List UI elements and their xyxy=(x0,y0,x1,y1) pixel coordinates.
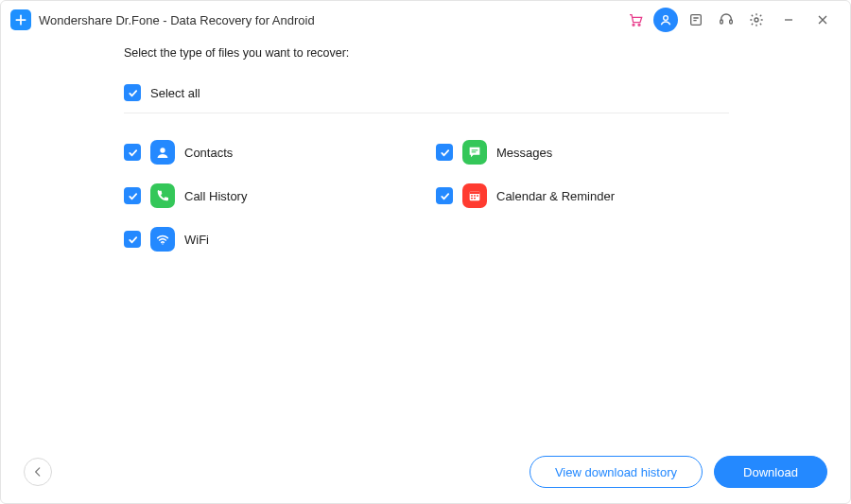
messages-label: Messages xyxy=(496,146,552,160)
svg-rect-12 xyxy=(471,195,473,196)
item-messages: Messages xyxy=(436,130,748,174)
svg-rect-13 xyxy=(474,195,476,196)
select-all-label: Select all xyxy=(150,86,200,100)
select-all-row: Select all xyxy=(124,84,729,113)
call-history-checkbox[interactable] xyxy=(124,187,141,204)
svg-rect-16 xyxy=(474,198,476,199)
support-icon[interactable] xyxy=(714,8,738,32)
file-type-grid: Contacts Messages Call History xyxy=(124,130,746,261)
prompt-text: Select the type of files you want to rec… xyxy=(124,46,746,60)
svg-rect-11 xyxy=(470,191,480,194)
svg-point-0 xyxy=(633,24,634,26)
svg-rect-14 xyxy=(477,195,478,196)
call-history-label: Call History xyxy=(184,189,247,203)
account-icon[interactable] xyxy=(653,8,678,32)
settings-icon[interactable] xyxy=(744,8,769,32)
item-call-history: Call History xyxy=(124,174,436,217)
app-window: Wondershare Dr.Fone - Data Recovery for … xyxy=(0,0,851,504)
app-logo-icon xyxy=(10,9,31,30)
calendar-icon xyxy=(462,183,487,208)
contacts-checkbox[interactable] xyxy=(124,144,141,161)
download-button[interactable]: Download xyxy=(714,456,827,488)
wifi-label: WiFi xyxy=(184,233,209,247)
calendar-label: Calendar & Reminder xyxy=(496,189,615,203)
svg-rect-9 xyxy=(472,151,477,152)
footer: View download history Download xyxy=(1,441,850,503)
item-contacts: Contacts xyxy=(124,130,436,174)
svg-rect-15 xyxy=(471,198,473,199)
wifi-icon xyxy=(150,227,175,252)
svg-point-1 xyxy=(638,24,640,26)
close-button[interactable] xyxy=(808,8,837,32)
svg-point-6 xyxy=(755,18,758,22)
svg-rect-5 xyxy=(730,20,733,24)
svg-point-17 xyxy=(162,243,163,244)
feedback-icon[interactable] xyxy=(684,8,708,32)
item-calendar: Calendar & Reminder xyxy=(436,174,748,217)
item-wifi: WiFi xyxy=(124,217,436,261)
minimize-button[interactable] xyxy=(774,8,803,32)
view-download-history-button[interactable]: View download history xyxy=(530,456,703,488)
cart-icon[interactable] xyxy=(623,8,648,32)
messages-checkbox[interactable] xyxy=(436,144,453,161)
svg-point-7 xyxy=(160,148,165,152)
titlebar: Wondershare Dr.Fone - Data Recovery for … xyxy=(1,1,850,39)
svg-point-2 xyxy=(664,16,669,21)
contacts-icon xyxy=(150,140,175,165)
calendar-checkbox[interactable] xyxy=(436,187,453,204)
back-button[interactable] xyxy=(24,458,52,486)
call-history-icon xyxy=(150,183,175,208)
main-content: Select the type of files you want to rec… xyxy=(1,39,850,503)
select-all-checkbox[interactable] xyxy=(124,84,141,101)
svg-rect-4 xyxy=(721,20,723,24)
contacts-label: Contacts xyxy=(184,146,233,160)
app-title: Wondershare Dr.Fone - Data Recovery for … xyxy=(39,13,315,27)
svg-rect-8 xyxy=(472,149,478,150)
wifi-checkbox[interactable] xyxy=(124,231,141,248)
messages-icon xyxy=(462,140,487,165)
